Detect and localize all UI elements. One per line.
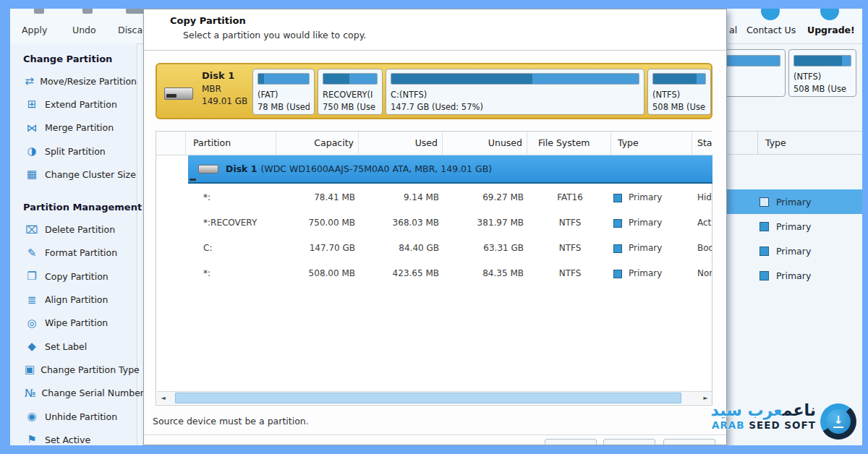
disk-group-row[interactable]: Disk 1 (WDC WD1600AAJS-75M0A0 ATA, MBR, …: [188, 155, 712, 184]
column-header-blank: [156, 132, 186, 155]
column-header-file-system[interactable]: File System: [527, 132, 611, 155]
sidebar-item-change-partition-type[interactable]: ▣ Change Partition Type: [10, 358, 137, 381]
partition-block-ntfs[interactable]: (NTFS) 508 MB (Use: [788, 49, 856, 97]
frame-right: [862, 0, 868, 454]
partition-block-ntfs[interactable]: (NTFS) 508 MB (Use: [647, 69, 711, 115]
partition-block-recovery[interactable]: RECOVERY(I 750 MB (Use: [318, 69, 383, 115]
sidebar-item-set-active[interactable]: ⚑ Set Active: [10, 428, 137, 445]
sidebar-item-wipe-partition[interactable]: ◎ Wipe Partition: [10, 312, 137, 335]
apply-button[interactable]: Apply: [22, 25, 47, 35]
sidebar-section-partition-management: Partition Management: [10, 197, 137, 218]
cell-type: Primary: [629, 210, 662, 236]
sidebar-item-label: Change Serial Number: [42, 387, 144, 398]
table-row-c[interactable]: C: 147.70 GB 84.40 GB 63.31 GB NTFS Prim…: [157, 236, 712, 261]
sidebar-item-change-serial-number[interactable]: № Change Serial Number: [10, 382, 137, 405]
toolbar-circle-icon[interactable]: [761, 9, 780, 20]
partition-table: Partition Capacity Used Unused File Syst…: [156, 131, 712, 406]
sidebar-item-delete-partition[interactable]: ⌧ Delete Partition: [10, 218, 137, 241]
dialog-header: Copy Partition Select a partition you wo…: [144, 9, 726, 51]
cell-capacity: 750.00 MB: [277, 210, 355, 236]
cell-partition: C:: [203, 236, 276, 261]
sidebar-item-unhide-partition[interactable]: ◉ Unhide Partition: [10, 405, 137, 428]
sidebar-item-merge-partition[interactable]: ⋈ Merge Partition: [10, 116, 137, 140]
cell-capacity: 78.41 MB: [277, 185, 355, 210]
table-row-fat[interactable]: *: 78.41 MB 9.14 MB 69.27 MB FAT16 Prima…: [157, 185, 712, 210]
cell-status: Nor: [697, 261, 712, 286]
move-resize-icon: ⇄: [25, 74, 34, 87]
table-row-recovery[interactable]: *:RECOVERY 750.00 MB 368.03 MB 381.97 MB…: [157, 210, 712, 236]
dialog-button-1[interactable]: [545, 439, 597, 445]
disk-name: Disk 1: [202, 70, 234, 81]
scroll-left-arrow[interactable]: ◄: [157, 393, 169, 404]
disk-strip-selected[interactable]: Disk 1 MBR 149.01 GB (FAT) 78 MB (Used R…: [156, 63, 712, 119]
disk-row-details: (WDC WD1600AAJS-75M0A0 ATA, MBR, 149.01 …: [260, 163, 492, 174]
column-header-capacity[interactable]: Capacity: [276, 132, 359, 155]
sidebar-item-format-partition[interactable]: ✎ Format Partition: [10, 241, 137, 265]
frame-left: [0, 0, 10, 454]
table-row-primary-selected[interactable]: Primary: [726, 189, 862, 214]
type-value: Primary: [776, 246, 811, 257]
usage-bar: [652, 73, 706, 85]
sidebar-item-label: Merge Partition: [45, 122, 114, 133]
cell-file-system: NTFS: [528, 261, 612, 286]
partition-label: (NTFS): [652, 89, 706, 101]
partition-size: 78 MB (Used: [258, 101, 310, 113]
partition-label: RECOVERY(I: [323, 89, 378, 101]
screenshot-root: Apply Undo Discard al Contact Us Upgrade…: [0, 0, 868, 454]
sidebar-item-extend-partition[interactable]: ⊞ Extend Partition: [10, 93, 137, 116]
dialog-button-3[interactable]: [663, 439, 715, 445]
sidebar-item-split-partition[interactable]: ◑ Split Partition: [10, 140, 137, 163]
partition-block-fat[interactable]: (FAT) 78 MB (Used: [252, 69, 315, 115]
type-column-header: Type: [765, 137, 786, 148]
table-row-primary[interactable]: Primary: [726, 263, 862, 288]
partition-type-icon: [760, 222, 769, 231]
type-value: Primary: [776, 197, 811, 207]
sidebar-item-change-cluster-size[interactable]: ▦ Change Cluster Size: [10, 163, 137, 186]
sidebar-item-move-resize-partition[interactable]: ⇄ Move/Resize Partition: [10, 69, 137, 93]
sidebar-item-align-partition[interactable]: ≣ Align Partition: [10, 288, 137, 311]
arabseed-watermark: ناعمعرب سيد ARAB SEED SOFT ↓: [718, 401, 862, 445]
partition-block-partial[interactable]: [719, 49, 786, 97]
cell-file-system: FAT16: [528, 185, 612, 210]
disk-row-name: Disk 1: [226, 163, 257, 174]
partition-label: (FAT): [258, 89, 310, 101]
sidebar-item-label: Split Partition: [45, 146, 106, 157]
column-header-partition[interactable]: Partition: [186, 132, 276, 155]
cell-partition: *:: [203, 261, 276, 286]
cell-unused: 84.35 MB: [443, 261, 524, 286]
partition-block-c-ntfs[interactable]: C:(NTFS) 147.7 GB (Used: 57%): [386, 69, 644, 115]
sidebar-item-label: Wipe Partition: [45, 317, 108, 328]
frame-top: [0, 0, 868, 9]
format-partition-icon: ✎: [25, 247, 39, 260]
table-row-primary[interactable]: Primary: [726, 214, 862, 239]
table-row-ntfs[interactable]: *: 508.00 MB 423.65 MB 84.35 MB NTFS Pri…: [157, 261, 712, 286]
contact-us-button[interactable]: Contact Us: [746, 25, 796, 35]
column-header-status[interactable]: Sta: [692, 132, 712, 155]
upgrade-button[interactable]: Upgrade!: [807, 25, 855, 35]
change-serial-number-icon: №: [25, 387, 36, 400]
sidebar-item-label: Set Label: [45, 341, 87, 352]
toolbar-circle-icon[interactable]: [820, 9, 839, 20]
undo-button[interactable]: Undo: [72, 25, 96, 35]
column-header-used[interactable]: Used: [359, 132, 443, 155]
undo-icon: [82, 9, 93, 14]
sidebar-item-set-label[interactable]: ◆ Set Label: [10, 335, 137, 358]
table-row-primary[interactable]: Primary: [726, 239, 862, 263]
horizontal-scrollbar[interactable]: ◄ ►: [157, 391, 712, 404]
dialog-button-2[interactable]: [603, 439, 655, 445]
set-active-icon: ⚑: [25, 433, 39, 445]
sidebar-item-copy-partition[interactable]: ❐ Copy Partition: [10, 265, 137, 288]
sidebar-item-label: Format Partition: [45, 247, 117, 258]
partition-size: 147.7 GB (Used: 57%): [391, 101, 639, 113]
sidebar: Change Partition ⇄ Move/Resize Partition…: [10, 43, 137, 445]
scrollbar-thumb[interactable]: [175, 393, 681, 403]
dialog-footnote: Source device must be a partition.: [153, 416, 309, 427]
column-header-type[interactable]: Type: [611, 132, 692, 155]
partition-type-icon: [613, 270, 622, 278]
cell-partition: *:: [203, 185, 276, 210]
dialog-divider: [144, 434, 727, 435]
watermark-arabic-text: ناعمعرب سيد: [710, 402, 816, 419]
column-header-unused[interactable]: Unused: [443, 132, 527, 155]
partition-label: (NTFS): [793, 71, 851, 83]
sidebar-item-label: Extend Partition: [45, 99, 117, 110]
